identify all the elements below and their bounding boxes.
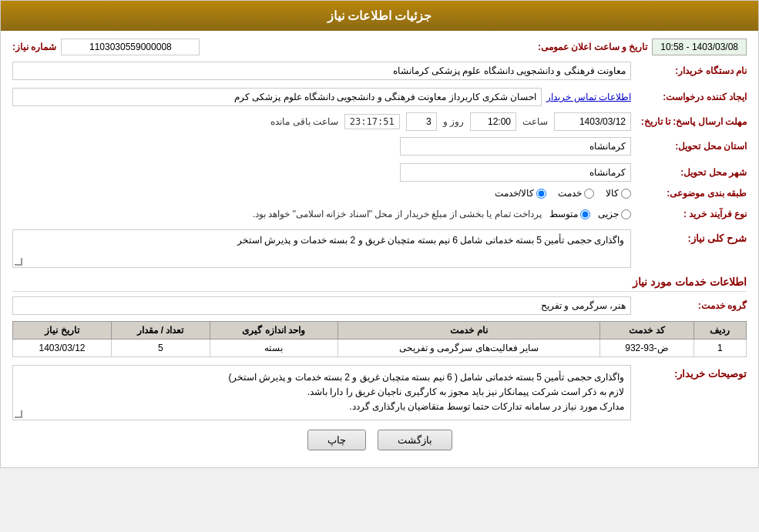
tabaqe-kala-label: کالا — [606, 188, 619, 199]
back-button[interactable]: بازگشت — [378, 430, 452, 450]
page-header: جزئیات اطلاعات نیاز — [1, 1, 758, 31]
mohlat-rooz-label: روز و — [443, 116, 464, 127]
shahr-label: شهر محل تحویل: — [631, 167, 747, 178]
ostan-value: کرمانشاه — [400, 137, 631, 156]
tabaqe-khedmat-radio[interactable] — [584, 189, 594, 199]
mohlat-label: مهلت ارسال پاسخ: تا تاریخ: — [631, 116, 747, 127]
name-dastgah-value: معاونت فرهنگی و دانشجویی دانشگاه علوم پز… — [12, 62, 631, 80]
sharh-value: واگذاری حجمی تأمین 5 بسته خدماتی شامل 6 … — [237, 235, 624, 246]
mohlat-rooz: 3 — [406, 112, 437, 131]
shahr-value: کرمانشاه — [400, 163, 631, 182]
cell-name: سایر فعالیت‌های سرگرمی و تفریحی — [338, 340, 599, 357]
services-table: ردیف کد خدمت نام خدمت واحد اندازه گیری ت… — [12, 321, 747, 357]
nooe-jozi-radio[interactable] — [621, 209, 631, 219]
nooe-motavaset-label: متوسط — [549, 209, 578, 219]
nooe-motavaset-radio[interactable] — [580, 209, 590, 219]
cell-tarikh: 1403/03/12 — [13, 340, 112, 357]
tosih-line2: لازم به ذکر است شرکت پیمانکار نیز باید م… — [19, 385, 624, 400]
ostan-label: استان محل تحویل: — [631, 141, 747, 152]
sharh-label: شرح کلی نیاز: — [631, 229, 747, 244]
shemare-niaz-label: شماره نیاز: — [12, 42, 56, 52]
tabaqe-kala-radio[interactable] — [621, 189, 631, 199]
tosih-label: توصیحات خریدار: — [631, 365, 747, 380]
col-kod: کد خدمت — [600, 322, 694, 340]
mohlat-countdown-label: ساعت باقی مانده — [270, 116, 338, 127]
name-dastgah-label: نام دستگاه خریدار: — [631, 65, 747, 76]
tabaqe-khedmat-option[interactable]: خدمت — [558, 188, 594, 199]
cell-radif: 1 — [694, 340, 746, 357]
grohe-value: هنر، سرگرمی و تفریح — [12, 296, 631, 315]
nooe-description: پرداخت تمام یا بخشی از مبلغ خریدار از مح… — [253, 209, 542, 219]
shemare-niaz-value: 1103030559000008 — [61, 38, 200, 55]
cell-kod: ض-93-932 — [600, 340, 694, 357]
ijad-value: احسان شکری کاربرداز معاونت فرهنگی و دانش… — [12, 88, 542, 106]
tosih-line3: مدارک مورد نیاز در سامانه تدارکات حتما ت… — [19, 400, 624, 414]
tarikh-label: تاریخ و ساعت اعلان عمومی: — [538, 42, 647, 52]
print-button[interactable]: چاپ — [307, 430, 366, 450]
nooe-motavaset-option[interactable]: متوسط — [549, 209, 590, 219]
col-name: نام خدمت — [338, 322, 599, 340]
nooe-jozi-option[interactable]: جزیی — [598, 209, 631, 219]
mohlat-saat-label: ساعت — [522, 116, 548, 127]
mohlat-date: 1403/03/12 — [554, 112, 631, 131]
grohe-label: گروه خدمت: — [631, 300, 747, 311]
nooe-jozi-label: جزیی — [598, 209, 619, 219]
tabaqe-kala-khedmat-radio[interactable] — [536, 189, 546, 199]
table-row: 1ض-93-932سایر فعالیت‌های سرگرمی و تفریحی… — [13, 340, 747, 357]
ijad-link[interactable]: اطلاعات تماس خریدار — [546, 92, 631, 102]
tabaqe-label: طبقه بندی موضوعی: — [631, 188, 747, 199]
tarikh-value: 1403/03/08 - 10:58 — [652, 38, 747, 55]
nooe-label: نوع فرآیند خرید : — [631, 209, 747, 219]
textarea-resize-handle — [15, 258, 22, 266]
tabaqe-kala-option[interactable]: کالا — [606, 188, 631, 199]
cell-tedad: 5 — [112, 340, 210, 357]
etelaat-section-title: اطلاعات خدمات مورد نیاز — [12, 276, 747, 292]
ijad-label: ایجاد کننده درخواست: — [631, 92, 747, 102]
tosih-resize-handle — [15, 410, 22, 418]
mohlat-countdown: 23:17:51 — [344, 114, 400, 129]
tabaqe-kala-khedmat-label: کالا/خدمت — [495, 188, 534, 199]
cell-vahed: بسته — [210, 340, 338, 357]
col-vahed: واحد اندازه گیری — [210, 322, 338, 340]
tosih-box: واگذاری حجمی تأمین 5 بسته خدماتی شامل ( … — [12, 365, 631, 420]
tabaqe-khedmat-label: خدمت — [558, 188, 582, 199]
tabaqe-kala-khedmat-option[interactable]: کالا/خدمت — [495, 188, 546, 199]
mohlat-saat: 12:00 — [470, 112, 516, 131]
page-title: جزئیات اطلاعات نیاز — [327, 9, 432, 22]
col-radif: ردیف — [694, 322, 746, 340]
tosih-line1: واگذاری حجمی تأمین 5 بسته خدماتی شامل ( … — [19, 370, 624, 385]
col-tarikh: تاریخ نیاز — [13, 322, 112, 340]
col-tedad: تعداد / مقدار — [112, 322, 210, 340]
